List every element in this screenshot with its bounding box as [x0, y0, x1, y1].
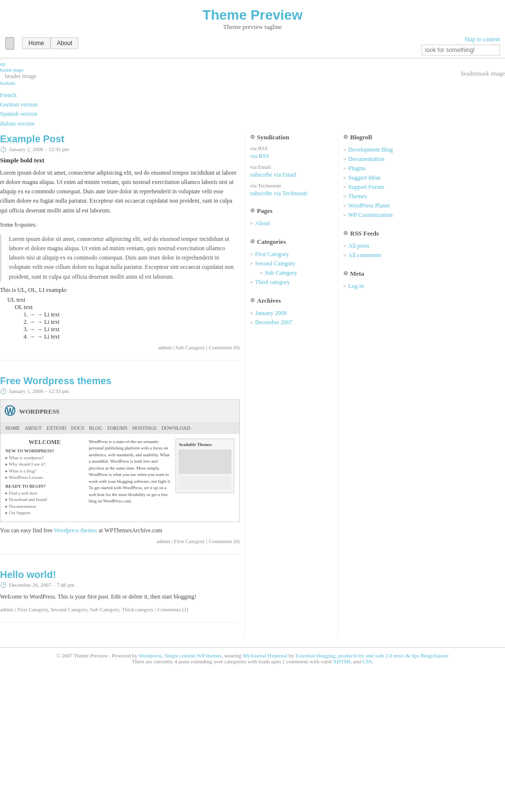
- language-links: French German version Spanish version It…: [0, 88, 505, 131]
- meta-widget: ⚙ Meta Log in: [343, 270, 427, 291]
- archives-title: ⚙ Archives: [250, 297, 333, 305]
- header-image-label: header image: [5, 73, 36, 80]
- meta-list: Log in: [343, 282, 427, 291]
- footer-and: and: [352, 658, 362, 664]
- post-admin-link[interactable]: admin: [158, 344, 172, 350]
- post-title-link-example[interactable]: Example Post: [0, 133, 64, 144]
- december-2007-link[interactable]: December 2007: [255, 319, 292, 326]
- xhtml-link[interactable]: XHTML: [333, 658, 352, 664]
- all-comments-link[interactable]: All comments: [348, 252, 381, 259]
- post-meta-wp: admin | First Category | Comments (0): [0, 538, 240, 544]
- hello-admin-link[interactable]: admin: [0, 606, 14, 612]
- css-link[interactable]: CSS: [362, 658, 372, 664]
- blockquote-text: Lorem ipsum dolor sit amet, consectetur …: [9, 235, 240, 282]
- wp-customization-link[interactable]: WP Customization: [348, 211, 393, 219]
- nav-links: Home About: [22, 37, 78, 49]
- up-link[interactable]: up: [0, 61, 36, 67]
- suggest-ideas-link[interactable]: Suggest Ideas: [348, 174, 380, 182]
- site-header: Theme Preview Theme preview tagline: [0, 0, 505, 33]
- syndication-widget: ⚙ Syndication via RSS via RSS via Email …: [250, 133, 333, 197]
- third-category-link[interactable]: Third category: [255, 279, 290, 286]
- italian-link[interactable]: Italian version: [0, 119, 505, 129]
- post-meta-example: admin | Sub Category | Comments (0): [0, 344, 240, 350]
- documentation-link[interactable]: Documentation: [348, 156, 384, 163]
- rss-feeds-icon: ⚙: [343, 230, 348, 236]
- wordpress-link[interactable]: Wordpress: [139, 653, 162, 658]
- wp-logo-text: WORDPRESS: [19, 406, 59, 416]
- post-category-link-2[interactable]: First Category: [174, 538, 205, 544]
- post-admin-link-2[interactable]: admin: [157, 538, 171, 544]
- log-in-link[interactable]: Log in: [348, 283, 364, 290]
- technorati-link[interactable]: subscribe via Technorati: [250, 190, 333, 197]
- footer-by-text: by: [287, 653, 296, 658]
- archives-icon: ⚙: [250, 297, 255, 304]
- wp-w-logo: Ⓦ: [4, 404, 15, 419]
- bottom-link[interactable]: bottom: [0, 80, 36, 86]
- spanish-link[interactable]: Spanish version: [0, 109, 505, 119]
- hello-categories-link[interactable]: First Category, Second Category, Sub Cat…: [17, 606, 153, 612]
- all-posts-link[interactable]: All posts: [348, 242, 369, 250]
- post-date-example: 🕐 January 2, 2008 – 12:35 pm: [0, 146, 240, 153]
- support-forum-link[interactable]: Support Forum: [348, 183, 384, 191]
- meta-title: ⚙ Meta: [343, 270, 427, 278]
- about-page-link[interactable]: About: [255, 220, 270, 227]
- post-date-wp: 🕐 January 1, 2008 – 12:33 pm: [0, 388, 240, 394]
- categories-title: ⚙ Categories: [250, 238, 333, 246]
- post-ul-example: This is UL, OL, LI example: UL text OL t…: [0, 287, 240, 341]
- french-link[interactable]: French: [0, 91, 505, 100]
- german-link[interactable]: German version: [0, 100, 505, 109]
- essential-link[interactable]: Essential blogging, productivity and web…: [296, 653, 449, 658]
- syndication-technorati: via Technorati subscribe via Technorati: [250, 183, 333, 197]
- first-category-link[interactable]: First Category: [255, 251, 289, 258]
- post-comments-link-2[interactable]: Comments (0): [209, 538, 240, 544]
- post-title-wp: Free Wordpress themes: [0, 375, 240, 387]
- headermask-label: headermask image: [461, 70, 505, 77]
- post-date-text-hello: December 26, 2007 – 7:46 pm: [9, 582, 75, 588]
- home-page-link[interactable]: home page: [0, 67, 36, 73]
- post-comments-link[interactable]: Comments (0): [209, 344, 240, 350]
- email-link[interactable]: subscribe via Email: [250, 171, 333, 179]
- ul-item: UL text: [7, 296, 240, 304]
- pages-title: ⚙ Pages: [250, 207, 333, 215]
- archives-widget: ⚙ Archives January 2008 December 2007: [250, 297, 333, 327]
- list-item: About: [250, 219, 333, 228]
- hello-comments-link[interactable]: Comments (1): [157, 606, 188, 612]
- header-image-area: up home page header image bottom headerm…: [0, 58, 505, 88]
- wp-right-col: Available Themes WordPress is a state-of…: [89, 439, 234, 517]
- search-input[interactable]: [422, 45, 500, 55]
- categories-list: First Category Second Category Sub Categ…: [250, 250, 333, 287]
- wp-welcome-text: WELCOME: [5, 439, 84, 446]
- list-item: First Category: [250, 250, 333, 259]
- list-item: Log in: [343, 282, 427, 291]
- skip-link-area: Skip to content: [422, 36, 500, 55]
- plugins-link[interactable]: Plugins: [348, 165, 366, 172]
- sub-category-link[interactable]: Sub Category: [265, 269, 297, 277]
- sidebar-center: ⚙ Syndication via RSS via RSS via Email …: [245, 133, 338, 637]
- second-category-link[interactable]: Second Category: [255, 260, 295, 267]
- january-2008-link[interactable]: January 2008: [255, 310, 286, 317]
- themes-link[interactable]: Themes: [348, 193, 367, 200]
- rss-link[interactable]: via RSS: [250, 153, 333, 160]
- site-logo: [5, 36, 15, 51]
- post-blockquote: Lorem ipsum dolor sit amet, consectetur …: [0, 235, 240, 282]
- list-item: Plugins: [343, 164, 427, 173]
- post-title-link-wp[interactable]: Free Wordpress themes: [0, 375, 112, 386]
- nav-left: Home About: [5, 36, 78, 51]
- list-item: → Li text: [29, 326, 240, 333]
- wp-planet-link[interactable]: WordPress Planet: [348, 202, 390, 210]
- post-category-link[interactable]: Sub Category: [176, 344, 205, 350]
- via-email-label: via Email: [250, 164, 333, 170]
- wp-themes-link[interactable]: Wordpress themes: [54, 527, 97, 534]
- wp-new-links: ▸ What is wordpress? ▸ Why should I use …: [5, 455, 84, 481]
- dev-blog-link[interactable]: Development Blog: [348, 146, 393, 154]
- home-button[interactable]: Home: [22, 37, 50, 49]
- post-title-example: Example Post: [0, 133, 240, 145]
- skip-to-content-link[interactable]: Skip to content: [422, 36, 500, 43]
- single-col-link[interactable]: Single column WP themes: [164, 653, 221, 658]
- via-technorati-label: via Technorati: [250, 183, 333, 188]
- about-button[interactable]: About: [50, 37, 78, 49]
- post-title-link-hello[interactable]: Hello world!: [0, 569, 56, 580]
- syndication-title: ⚙ Syndication: [250, 133, 333, 141]
- ul-label: This is UL, OL, LI example:: [0, 287, 240, 294]
- myjournal-link[interactable]: MyJournal Hypereal: [243, 653, 287, 658]
